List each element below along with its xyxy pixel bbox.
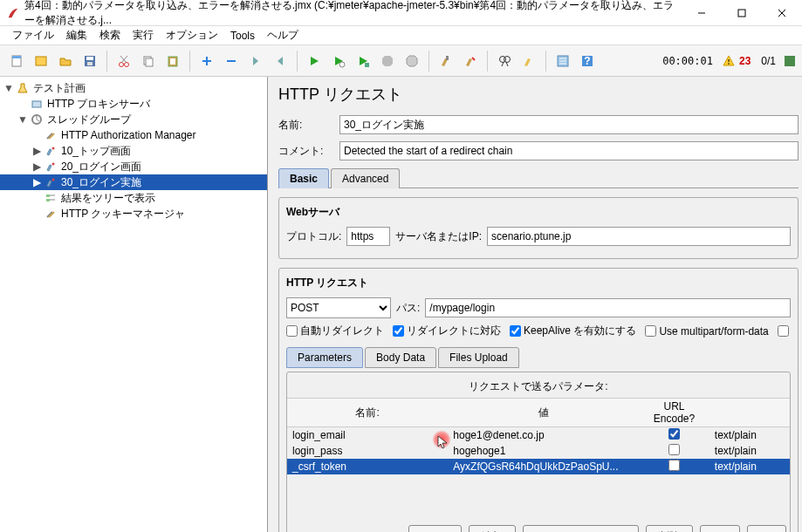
- path-input[interactable]: [425, 298, 791, 317]
- tree-item[interactable]: HTTP クッキーマネージャ: [0, 206, 267, 222]
- menu-options[interactable]: オプション: [161, 26, 223, 44]
- reset-search-icon[interactable]: [518, 50, 540, 72]
- tree-item-label: 10_トップ画面: [61, 144, 131, 159]
- multipart-check[interactable]: Use multipart/form-data: [645, 325, 768, 338]
- new-icon[interactable]: [5, 50, 28, 72]
- menu-search[interactable]: 検索: [94, 26, 126, 44]
- templates-icon[interactable]: [30, 50, 52, 72]
- protocol-input[interactable]: [346, 227, 390, 246]
- name-label: 名前:: [278, 118, 339, 133]
- menubar: ファイル 編集 検索 実行 オプション Tools ヘルプ: [0, 26, 802, 45]
- subtab-filesupload[interactable]: Files Upload: [438, 347, 519, 368]
- paste-icon[interactable]: [161, 50, 184, 72]
- tree-item[interactable]: ▶20_ログイン画面: [0, 159, 267, 174]
- table-row[interactable]: login_passhogehoge1text/plain: [287, 443, 790, 459]
- webserver-group: Webサーバ プロトコル: サーバ名またはIP:: [278, 197, 799, 259]
- tree-result-icon: [44, 191, 58, 205]
- add-button[interactable]: 追加: [469, 525, 516, 532]
- minimize-button[interactable]: [682, 0, 722, 26]
- add-icon[interactable]: [195, 50, 218, 72]
- tree-item[interactable]: ▼スレッドグループ: [0, 112, 267, 127]
- svg-point-41: [52, 147, 55, 150]
- clearall-icon[interactable]: [459, 50, 482, 72]
- webserver-title: Webサーバ: [286, 205, 791, 220]
- add-from-clipboard-button[interactable]: Add from Clipboard: [523, 525, 639, 532]
- svg-rect-37: [32, 101, 41, 107]
- keepalive-check[interactable]: KeepAlive を有効にする: [510, 324, 636, 338]
- menu-help[interactable]: ヘルプ: [262, 26, 304, 44]
- tree-item-label: HTTP プロキシサーバ: [47, 97, 150, 112]
- auto-redirect-check[interactable]: 自動リダイレクト: [286, 324, 384, 338]
- servername-input[interactable]: [487, 227, 791, 246]
- remove-icon[interactable]: [220, 50, 243, 72]
- tree-item-label: HTTP Authorization Manager: [61, 129, 196, 141]
- menu-edit[interactable]: 編集: [61, 26, 93, 44]
- httprequest-group: HTTP リクエスト POST パス: 自動リダイレクト リダイレクトに対応 K…: [278, 268, 799, 532]
- threads-icon: [783, 54, 797, 68]
- test-plan-tree[interactable]: ▼テスト計画HTTP プロキシサーバ▼スレッドグループHTTP Authoriz…: [0, 77, 268, 532]
- browser-compat-check[interactable]: Browser-cor: [778, 325, 791, 338]
- function-helper-icon[interactable]: [552, 50, 574, 72]
- start-icon[interactable]: [303, 50, 326, 72]
- delete-button[interactable]: 削除: [646, 525, 693, 532]
- start-notimers-icon[interactable]: [327, 50, 350, 72]
- config-icon: [44, 128, 58, 142]
- tree-item[interactable]: HTTP プロキシサーバ: [0, 96, 267, 112]
- up-button[interactable]: Up: [700, 525, 739, 532]
- svg-rect-8: [86, 57, 93, 60]
- comment-input[interactable]: [339, 141, 799, 160]
- name-input[interactable]: [339, 115, 799, 134]
- run-timer: 00:00:01: [662, 55, 713, 67]
- tab-basic[interactable]: Basic: [278, 168, 329, 188]
- maximize-button[interactable]: [722, 0, 762, 26]
- svg-rect-6: [36, 57, 46, 65]
- warning-indicator[interactable]: 23: [722, 54, 751, 68]
- tree-item[interactable]: HTTP Authorization Manager: [0, 127, 267, 143]
- collapse-icon[interactable]: [269, 50, 291, 72]
- svg-rect-36: [785, 56, 795, 66]
- servername-label: サーバ名またはIP:: [395, 229, 482, 244]
- svg-point-21: [339, 62, 345, 67]
- table-row[interactable]: _csrf_tokenAyxZfQGsR64hDqUkkDzPaoSpU...t…: [287, 459, 790, 474]
- workspace: ▼テスト計画HTTP プロキシサーバ▼スレッドグループHTTP Authoriz…: [0, 77, 802, 532]
- down-button[interactable]: Do: [747, 525, 786, 532]
- start-remote-icon[interactable]: [352, 50, 374, 72]
- encode-checkbox[interactable]: [668, 460, 680, 471]
- expand-icon[interactable]: [244, 50, 267, 72]
- method-select[interactable]: POST: [286, 297, 391, 318]
- close-button[interactable]: [762, 0, 802, 26]
- svg-text:?: ?: [584, 55, 590, 67]
- copy-icon[interactable]: [137, 50, 160, 72]
- help-icon[interactable]: ?: [576, 50, 599, 72]
- encode-checkbox[interactable]: [668, 428, 680, 440]
- param-tabs: Parameters Body Data Files Upload: [286, 347, 791, 368]
- encode-checkbox[interactable]: [668, 444, 680, 455]
- menu-file[interactable]: ファイル: [7, 26, 59, 44]
- tree-item[interactable]: ▶10_トップ画面: [0, 143, 267, 159]
- parameters-table[interactable]: 名前: 値 URL Encode? login_emailhoge1@denet…: [287, 398, 790, 474]
- subtab-bodydata[interactable]: Body Data: [365, 347, 436, 368]
- clear-icon[interactable]: [435, 50, 457, 72]
- follow-redirect-check[interactable]: リダイレクトに対応: [393, 324, 501, 338]
- tab-advanced[interactable]: Advanced: [331, 168, 400, 188]
- shutdown-icon[interactable]: [401, 50, 423, 72]
- tree-item[interactable]: ▶30_ログイン実施: [0, 174, 267, 190]
- svg-point-10: [120, 62, 124, 66]
- menu-run[interactable]: 実行: [127, 26, 159, 44]
- search-icon[interactable]: [493, 50, 516, 72]
- subtab-parameters[interactable]: Parameters: [286, 347, 363, 368]
- parameters-title: リクエストで送るパラメータ:: [287, 379, 790, 394]
- svg-rect-45: [46, 199, 50, 201]
- tree-item[interactable]: 結果をツリーで表示: [0, 190, 267, 206]
- table-row[interactable]: login_emailhoge1@denet.co.jptext/plain: [287, 427, 790, 444]
- sampler-icon: [44, 175, 58, 189]
- titlebar: 第4回：動的パラメータを取り込み、エラーを解消させる.jmx (C:¥jmete…: [0, 0, 802, 26]
- col-name: 名前:: [287, 399, 448, 427]
- detail-button[interactable]: Detail: [408, 525, 462, 532]
- cut-icon[interactable]: [113, 50, 135, 72]
- save-icon[interactable]: [79, 50, 101, 72]
- menu-tools[interactable]: Tools: [225, 28, 260, 44]
- stop-icon[interactable]: [376, 50, 399, 72]
- tree-item[interactable]: ▼テスト計画: [0, 80, 267, 96]
- open-icon[interactable]: [54, 50, 77, 72]
